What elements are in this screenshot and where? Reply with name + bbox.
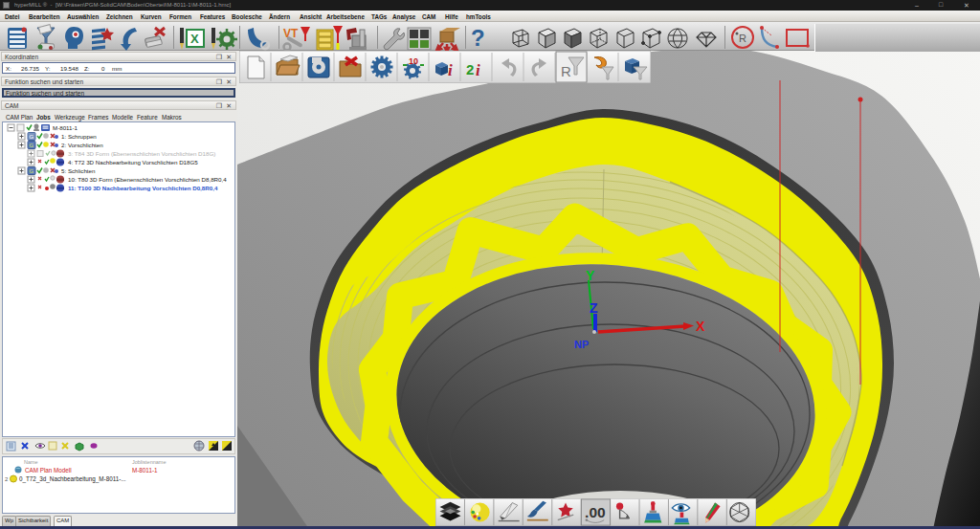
svg-text:10: 10 (409, 56, 418, 66)
svg-text:CAM Plan Modell: CAM Plan Modell (25, 467, 72, 474)
svg-text:5: Schlichten: 5: Schlichten (61, 167, 96, 174)
svg-text:X: X (696, 319, 705, 334)
svg-text:4: T72 3D Nachbearbeitung Vor: 4: T72 3D Nachbearbeitung Vorschlichten … (68, 159, 198, 165)
svg-text:NP: NP (574, 339, 589, 350)
svg-text:2: Vorschlichten: 2: Vorschlichten (61, 142, 103, 148)
svg-text:R: R (739, 33, 746, 44)
svg-text:1: Schruppen: 1: Schruppen (61, 133, 97, 140)
svg-text:Name: Name (24, 459, 38, 465)
svg-text:Z: Z (590, 300, 598, 316)
svg-text:0_T72_3d_Nachbearbeitung_M-801: 0_T72_3d_Nachbearbeitung_M-8011-... (19, 475, 126, 483)
svg-text:M-8011-1: M-8011-1 (53, 124, 78, 131)
svg-text:M-8011-1: M-8011-1 (132, 467, 158, 474)
svg-text:G: G (30, 168, 34, 174)
svg-text:.00: .00 (585, 504, 606, 520)
svg-text:11: T100 3D Nachbearbeitung V: 11: T100 3D Nachbearbeitung Vorschlichte… (68, 185, 218, 191)
svg-text:2: 2 (5, 476, 9, 482)
svg-text:2: 2 (466, 61, 474, 77)
svg-text:Y: Y (586, 268, 595, 283)
svg-text:R: R (561, 63, 571, 79)
svg-text:10: T80 3D Form (Ebenenschlic: 10: T80 3D Form (Ebenenschlichten Vorsch… (68, 176, 227, 183)
svg-text:3: T84 3D Form (Ebenenschlich: 3: T84 3D Form (Ebenenschlichten Vorschl… (68, 150, 215, 157)
svg-text:Joblistenname: Joblistenname (132, 459, 166, 465)
svg-text:i: i (476, 61, 480, 79)
svg-text:?: ? (471, 25, 485, 51)
svg-text:X: X (190, 32, 199, 46)
svg-text:i: i (448, 61, 453, 79)
svg-text:G: G (30, 134, 34, 140)
svg-text:G: G (30, 143, 34, 148)
